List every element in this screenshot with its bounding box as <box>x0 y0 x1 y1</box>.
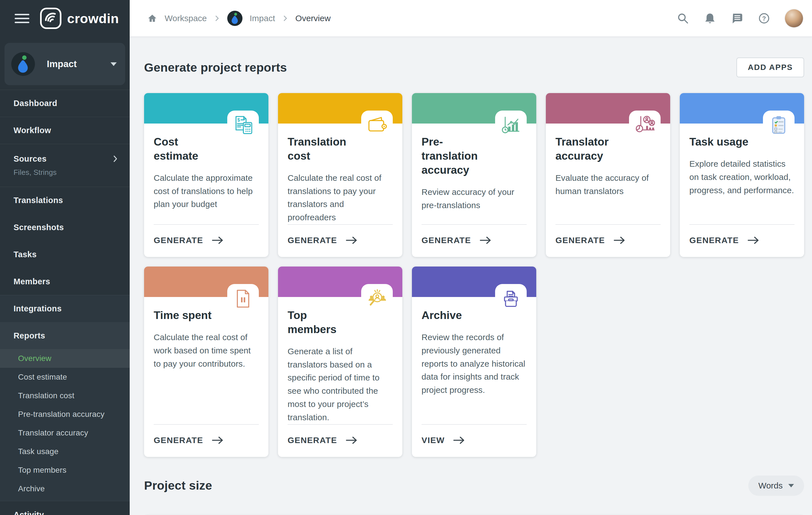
card-action-label: GENERATE <box>555 235 605 245</box>
chevron-down-icon <box>788 484 794 487</box>
submenu-item-overview[interactable]: Overview <box>0 349 130 368</box>
submenu-item-task-usage[interactable]: Task usage <box>0 442 130 461</box>
card-color-header <box>680 93 804 123</box>
submenu-item-pre-translation-accuracy[interactable]: Pre-translation accuracy <box>0 405 130 424</box>
invoice-calculator-icon: $ <box>227 111 259 144</box>
document-pause-icon <box>227 284 259 317</box>
svg-text:?: ? <box>762 15 766 22</box>
sidebar-item-label: Tasks <box>13 250 37 259</box>
submenu-item-label: Translator accuracy <box>18 428 88 437</box>
submenu-item-cost-estimate[interactable]: Cost estimate <box>0 368 130 387</box>
unit-selector-dropdown[interactable]: Words <box>748 476 804 496</box>
card-divider <box>555 224 661 225</box>
card-divider <box>154 224 259 225</box>
generate-button[interactable]: GENERATE <box>154 235 224 245</box>
card-title: Pre-translation accuracy <box>422 135 493 177</box>
submenu-item-label: Task usage <box>18 447 59 456</box>
card-description: Review accuracy of your pre-translations <box>422 185 527 212</box>
card-divider <box>288 424 393 425</box>
search-icon[interactable] <box>677 12 689 25</box>
chevron-down-icon <box>111 62 117 66</box>
main-area: Workspace Impact Overview <box>130 0 812 515</box>
topbar: Workspace Impact Overview <box>130 0 812 37</box>
sidebar-item-label: Members <box>13 277 50 286</box>
card-color-header <box>546 93 670 123</box>
submenu-item-label: Pre-translation accuracy <box>18 410 105 419</box>
sidebar-header: crowdin <box>0 0 130 37</box>
card-divider <box>422 424 527 425</box>
card-description: Calculate the real cost of work based on… <box>154 331 259 370</box>
people-search-icon <box>361 284 393 317</box>
card-body: Top members Generate a list of translato… <box>278 297 402 457</box>
crowdin-logo[interactable]: crowdin <box>39 7 119 30</box>
card-action-label: GENERATE <box>288 435 337 445</box>
submenu-item-label: Top members <box>18 466 66 475</box>
logo-text: crowdin <box>67 11 119 26</box>
report-card-translation-cost: Translation cost Calculate the real cost… <box>278 93 402 257</box>
card-title: Time spent <box>154 308 225 322</box>
breadcrumb-workspace[interactable]: Workspace <box>165 13 207 23</box>
breadcrumb-project-avatar[interactable] <box>227 11 242 26</box>
help-icon[interactable]: ? <box>758 12 770 25</box>
card-body: Time spent Calculate the real cost of wo… <box>144 297 268 457</box>
card-color-header <box>278 93 402 123</box>
messages-icon[interactable] <box>731 12 743 25</box>
submenu-item-archive[interactable]: Archive <box>0 480 130 498</box>
sidebar-item-translations[interactable]: Translations <box>0 187 130 214</box>
sidebar-item-reports[interactable]: Reports <box>0 322 130 349</box>
svg-text:$: $ <box>237 117 240 123</box>
card-description: Calculate the approximate cost of transl… <box>154 171 259 211</box>
generate-button[interactable]: GENERATE <box>288 435 358 445</box>
sidebar-item-tasks[interactable]: Tasks <box>0 241 130 268</box>
generate-button[interactable]: GENERATE <box>689 235 760 245</box>
wallet-icon <box>361 111 393 144</box>
sidebar-item-dashboard[interactable]: Dashboard <box>0 90 130 117</box>
generate-button[interactable]: GENERATE <box>154 435 224 445</box>
add-apps-button[interactable]: ADD APPS <box>736 58 804 77</box>
generate-button[interactable]: GENERATE <box>422 235 492 245</box>
generate-button[interactable]: GENERATE <box>288 235 358 245</box>
card-description: Generate a list of translators based on … <box>288 345 393 424</box>
sidebar-item-label: Integrations <box>13 304 62 313</box>
submenu-item-translation-cost[interactable]: Translation cost <box>0 387 130 405</box>
archive-box-icon <box>495 284 527 317</box>
report-card-time-spent: Time spent Calculate the real cost of wo… <box>144 266 268 457</box>
crowdin-logo-icon <box>39 7 62 30</box>
cards-grid: $ Cost estimate Calculate the approximat… <box>144 93 804 457</box>
report-card-task-usage: Task usage Explore detailed statistics o… <box>680 93 804 257</box>
clipboard-checklist-icon <box>763 111 794 144</box>
hamburger-menu-icon[interactable] <box>14 11 29 26</box>
card-divider <box>422 224 527 225</box>
sidebar-item-sublabel: Files, Strings <box>13 168 118 177</box>
project-selector[interactable]: Impact <box>4 43 125 85</box>
arrow-right-icon <box>345 236 358 245</box>
submenu-item-translator-accuracy[interactable]: Translator accuracy <box>0 424 130 442</box>
sidebar-item-label: Activity <box>13 510 44 515</box>
sidebar-item-integrations[interactable]: Integrations <box>0 295 130 322</box>
sidebar-item-members[interactable]: Members <box>0 268 130 295</box>
sidebar-nav: DashboardWorkflowSources Files, StringsT… <box>0 90 130 515</box>
chevron-right-icon <box>283 15 288 22</box>
submenu-item-label: Archive <box>18 484 45 493</box>
report-card-pre-translation-accuracy: Pre-translation accuracy Review accuracy… <box>412 93 536 257</box>
chart-clock-icon <box>495 111 527 144</box>
sidebar-item-label: Reports <box>13 331 45 340</box>
content: Generate project reports ADD APPS $ Cost… <box>130 37 812 515</box>
user-avatar[interactable] <box>785 9 803 27</box>
breadcrumb-project[interactable]: Impact <box>250 13 275 23</box>
sidebar-item-screenshots[interactable]: Screenshots <box>0 214 130 241</box>
page-title: Generate project reports <box>144 61 287 75</box>
home-icon[interactable] <box>147 13 157 23</box>
notifications-bell-icon[interactable] <box>704 12 716 25</box>
submenu-item-label: Cost estimate <box>18 373 67 381</box>
card-action-label: GENERATE <box>154 435 203 445</box>
project-name: Impact <box>47 59 111 69</box>
sidebar-item-sources[interactable]: Sources Files, Strings <box>0 144 130 187</box>
sidebar-item-activity[interactable]: Activity <box>0 501 130 515</box>
arrow-right-icon <box>211 436 224 445</box>
view-button[interactable]: VIEW <box>422 435 465 445</box>
app: crowdin Impact DashboardWorkflowSources … <box>0 0 812 515</box>
generate-button[interactable]: GENERATE <box>555 235 626 245</box>
submenu-item-top-members[interactable]: Top members <box>0 461 130 480</box>
sidebar-item-workflow[interactable]: Workflow <box>0 117 130 144</box>
